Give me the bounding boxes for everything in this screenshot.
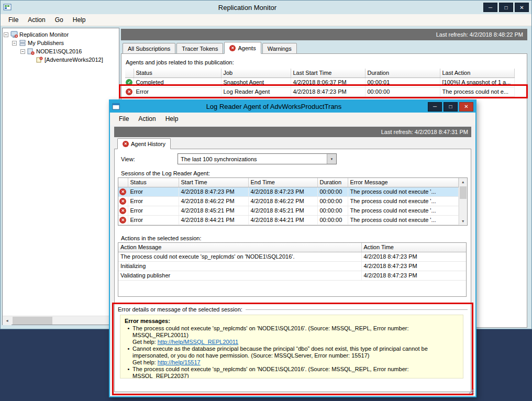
cell-end-time: 4/2/2018 8:45:21 PM bbox=[248, 206, 317, 215]
menu-go[interactable]: Go bbox=[50, 15, 68, 25]
cell-last-start-time: 4/2/2018 8:47:23 PM bbox=[291, 87, 365, 96]
cell-last-action: [100%] A snapshot of 1 a... bbox=[440, 77, 514, 87]
cell-status: Error bbox=[134, 87, 221, 96]
tab-label: Agents bbox=[238, 45, 256, 51]
scroll-down-button[interactable]: ▼ bbox=[459, 217, 468, 225]
cell-duration: 00:00:00 bbox=[317, 215, 348, 225]
column-header-action-message[interactable]: Action Message bbox=[118, 243, 361, 252]
scroll-up-button[interactable]: ▲ bbox=[459, 178, 468, 186]
tab-agents[interactable]: ✕ Agents bbox=[224, 42, 261, 54]
main-window-title: Replication Monitor bbox=[13, 4, 482, 12]
maximize-button[interactable]: □ bbox=[444, 102, 458, 112]
log-reader-agent-dialog: Log Reader Agent of AdvWorksProductTrans… bbox=[109, 99, 476, 397]
dialog-titlebar[interactable]: Log Reader Agent of AdvWorksProductTrans… bbox=[110, 101, 475, 113]
session-row[interactable]: ✕ Error 4/2/2018 8:47:23 PM 4/2/2018 8:4… bbox=[118, 187, 458, 196]
tree-item-label: Replication Monitor bbox=[19, 31, 69, 38]
action-row[interactable]: Validating publisher 4/2/2018 8:47:23 PM bbox=[118, 271, 466, 280]
cell-start-time: 4/2/2018 8:46:22 PM bbox=[179, 196, 248, 206]
help-link[interactable]: http://help/15517 bbox=[158, 359, 201, 365]
replication-monitor-app-icon bbox=[3, 3, 12, 12]
column-header-error-message[interactable]: Error Message bbox=[348, 178, 458, 187]
actions-table-container: Action Message Action Time The process c… bbox=[118, 242, 467, 297]
action-row[interactable]: Initializing 4/2/2018 8:47:23 PM bbox=[118, 261, 466, 271]
column-header-status[interactable]: Status bbox=[128, 178, 179, 187]
dialog-title: Log Reader Agent of AdvWorksProductTrans bbox=[121, 103, 426, 110]
error-details-box: Error messages: • The process could not … bbox=[120, 315, 463, 378]
close-button[interactable]: ✕ bbox=[459, 102, 473, 112]
close-button[interactable]: ✕ bbox=[515, 3, 529, 12]
minimize-button[interactable]: ─ bbox=[428, 102, 442, 112]
tree-item-replication-monitor[interactable]: − Replication Monitor bbox=[4, 30, 118, 39]
error-icon: ✕ bbox=[126, 88, 132, 95]
collapse-icon[interactable]: − bbox=[20, 49, 25, 54]
replication-monitor-node-icon bbox=[10, 31, 18, 38]
collapse-icon[interactable]: − bbox=[4, 32, 8, 37]
column-header-start-time[interactable]: Start Time bbox=[179, 178, 248, 187]
completed-icon: ✓ bbox=[126, 79, 132, 86]
server-error-icon bbox=[27, 48, 35, 55]
cell-job: Log Reader Agent bbox=[221, 87, 291, 96]
column-header-end-time[interactable]: End Time bbox=[248, 178, 317, 187]
tab-agent-history[interactable]: ✕ Agent History bbox=[117, 138, 171, 149]
column-header-last-start-time[interactable]: Last Start Time bbox=[291, 69, 365, 77]
tree-item-adventureworks2012[interactable]: [AdventureWorks2012] bbox=[4, 55, 118, 64]
agents-table: Status Job Last Start Time Duration Last… bbox=[125, 69, 515, 97]
menu-action[interactable]: Action bbox=[134, 114, 160, 124]
session-row[interactable]: ✕ Error 4/2/2018 8:45:21 PM 4/2/2018 8:4… bbox=[118, 206, 458, 215]
sessions-vertical-scrollbar: ▲ ▼ bbox=[459, 178, 468, 225]
agents-table-header: Status Job Last Start Time Duration Last… bbox=[125, 69, 514, 77]
scrollbar-track[interactable] bbox=[459, 199, 468, 217]
agent-row-snapshot[interactable]: ✓ Completed Snapshot Agent 4/2/2018 8:06… bbox=[125, 77, 514, 87]
column-header-action-time[interactable]: Action Time bbox=[361, 243, 466, 252]
cell-status: Error bbox=[128, 215, 179, 225]
column-header-duration[interactable]: Duration bbox=[365, 69, 440, 77]
get-help-label: Get help: bbox=[132, 339, 156, 345]
column-header-duration[interactable]: Duration bbox=[317, 178, 348, 187]
main-menubar: File Action Go Help bbox=[1, 14, 531, 26]
error-message-text: The process could not execute 'sp_replcm… bbox=[132, 325, 459, 339]
menu-help[interactable]: Help bbox=[68, 15, 91, 25]
desktop: Replication Monitor ─ □ ✕ File Action Go… bbox=[0, 0, 532, 401]
view-dropdown[interactable]: The last 100 synchronizations ▼ bbox=[178, 153, 337, 164]
column-header-icon[interactable] bbox=[118, 178, 128, 187]
error-details-group: Error details or message of the selected… bbox=[118, 306, 468, 313]
session-row[interactable]: ✕ Error 4/2/2018 8:44:21 PM 4/2/2018 8:4… bbox=[118, 215, 458, 225]
resize-grip[interactable] bbox=[468, 387, 474, 395]
tab-all-subscriptions[interactable]: All Subscriptions bbox=[123, 43, 175, 54]
cell-action-time: 4/2/2018 8:47:23 PM bbox=[361, 252, 466, 261]
maximize-button[interactable]: □ bbox=[499, 3, 513, 12]
minimize-button[interactable]: ─ bbox=[483, 3, 497, 12]
tab-label: Agent History bbox=[131, 141, 165, 147]
scrollbar-thumb[interactable] bbox=[13, 317, 52, 325]
tree-item-node1-sql2016[interactable]: − NODE1\SQL2016 bbox=[4, 47, 118, 55]
cell-start-time: 4/2/2018 8:44:21 PM bbox=[179, 215, 248, 225]
session-row[interactable]: ✕ Error 4/2/2018 8:46:22 PM 4/2/2018 8:4… bbox=[118, 196, 458, 206]
menu-file[interactable]: File bbox=[114, 114, 134, 124]
cell-start-time: 4/2/2018 8:47:23 PM bbox=[179, 187, 248, 196]
column-header-job[interactable]: Job bbox=[221, 69, 291, 77]
menu-action[interactable]: Action bbox=[23, 15, 50, 25]
close-icon: ✕ bbox=[519, 5, 524, 10]
cell-end-time: 4/2/2018 8:46:22 PM bbox=[248, 196, 317, 206]
tab-warnings[interactable]: Warnings bbox=[262, 43, 297, 54]
main-titlebar[interactable]: Replication Monitor ─ □ ✕ bbox=[1, 1, 531, 14]
tab-tracer-tokens[interactable]: Tracer Tokens bbox=[176, 43, 223, 54]
cell-action-message: The process could not execute 'sp_replcm… bbox=[118, 252, 361, 261]
group-divider bbox=[246, 309, 468, 310]
publication-error-icon bbox=[36, 56, 43, 63]
last-refresh-bar: Last refresh: 4/2/2018 8:48:22 PM bbox=[121, 29, 527, 40]
column-header-icon[interactable] bbox=[125, 69, 134, 77]
column-header-last-action[interactable]: Last Action bbox=[440, 69, 514, 77]
scrollbar-thumb[interactable] bbox=[460, 186, 467, 199]
agent-row-log-reader[interactable]: ✕ Error Log Reader Agent 4/2/2018 8:47:2… bbox=[125, 87, 514, 96]
tree-item-my-publishers[interactable]: − My Publishers bbox=[4, 39, 118, 47]
menu-help[interactable]: Help bbox=[161, 114, 183, 124]
cell-status: Error bbox=[128, 187, 179, 196]
column-header-status[interactable]: Status bbox=[134, 69, 221, 77]
close-icon: ✕ bbox=[464, 104, 468, 109]
collapse-icon[interactable]: − bbox=[12, 41, 17, 46]
scroll-left-button[interactable]: ◄ bbox=[3, 316, 12, 325]
help-link[interactable]: http://help/MSSQL_REPL20011 bbox=[158, 339, 239, 345]
menu-file[interactable]: File bbox=[4, 15, 23, 25]
action-row[interactable]: The process could not execute 'sp_replcm… bbox=[118, 252, 466, 261]
